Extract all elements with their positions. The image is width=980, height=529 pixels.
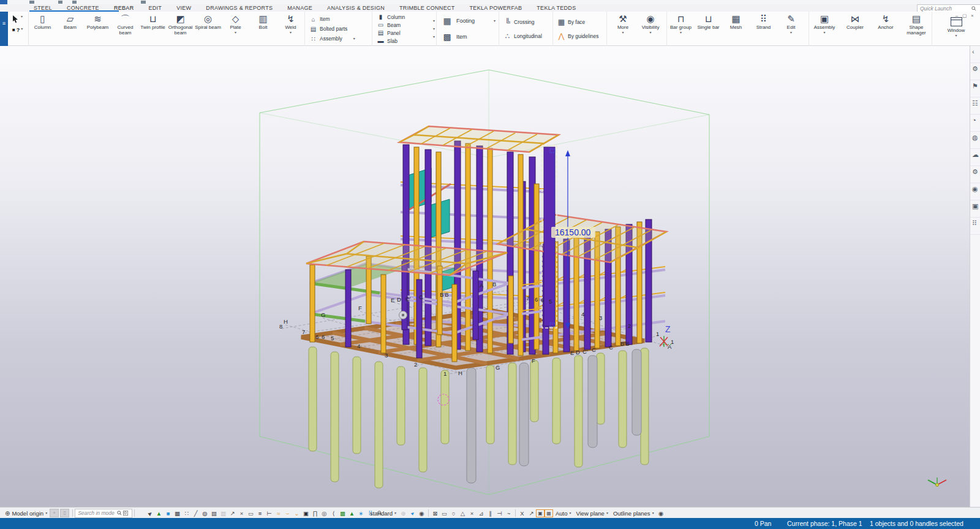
planes-visibility-button[interactable]: ◉ [657,509,666,517]
snap-intersection-button[interactable]: × [237,509,246,517]
window-caret[interactable]: ▾ [943,34,970,37]
panel-caret[interactable]: ▾ [433,27,435,31]
bar-group-caret[interactable]: ▾ [667,31,695,34]
snap-sphere-button[interactable]: ◍ [200,509,209,517]
snap-line-button[interactable]: ╱ [191,509,200,517]
ribbon-strand-button[interactable]: ⠿Strand [750,12,777,46]
view-plane-dropdown[interactable]: View plane▾ [574,509,611,518]
geo-cross-button[interactable]: ⊠ [431,509,440,517]
tab-tekla-powerfab[interactable]: TEKLA POWERFAB [470,5,522,11]
ribbon-rebar-assembly-button[interactable]: ▣Assembly▾ [809,12,840,46]
inquire-tool[interactable]: ■? ▾ [8,23,28,33]
snap-profile-dropdown[interactable]: standard▾ [368,509,399,518]
applications-icon[interactable]: ⠿ [970,218,980,235]
titlebar-button[interactable] [141,1,146,4]
ribbon-crossing-button[interactable]: ╚Crossing [503,15,542,29]
model-viewport[interactable]: 16150.00 Z H8G7665F4321HGFEDC'CB'BAB7665… [0,46,970,507]
ribbon-bolted-parts-button[interactable]: ▤Bolted parts [309,25,355,34]
ribbon-by-face-button[interactable]: ▦By face [557,15,599,29]
ribbon-column-button[interactable]: ▯Column [29,12,56,46]
user-settings-icon[interactable]: ⚙ [970,63,980,80]
inquire-caret[interactable]: ▾ [21,27,23,33]
menu-strip[interactable]: ≡ [0,12,8,46]
model-search-input[interactable] [77,509,116,517]
geo-perpendicular-button[interactable]: ⊿ [477,509,486,517]
ribbon-bar-group-button[interactable]: ⊓Bar group▾ [667,12,695,46]
ortho2-button[interactable]: ▦ [545,509,553,517]
snap-mesh-button[interactable]: ▤ [209,509,219,517]
model-origin-dropdown[interactable]: ⊕ Model origin ▾ [2,509,50,518]
snap-green-tri-button[interactable]: ▲ [347,509,356,517]
edit-caret[interactable]: ▾ [777,31,805,34]
slab-caret[interactable]: ▾ [433,35,435,39]
settings-icon[interactable]: ⚙ [970,166,980,183]
paste-point-button[interactable]: ▯ [60,509,69,517]
snap-layers-button[interactable]: ≡ [255,509,265,517]
outline-planes-dropdown[interactable]: Outline planes▾ [611,509,657,518]
tab-edit[interactable]: EDIT [148,5,162,11]
select-tool-caret[interactable]: ▾ [21,15,23,23]
ribbon-item-button[interactable]: ⌂Item [309,15,355,24]
tab-drawings-reports[interactable]: DRAWINGS & REPORTS [206,5,273,11]
snap-mesh2-button[interactable]: ▥ [219,509,228,517]
tab-view[interactable]: VIEW [176,5,191,11]
snap-orange1-button[interactable]: ≈ [274,509,283,517]
ribbon-beam-button[interactable]: ▱Beam [56,12,84,46]
ribbon-assembly-button[interactable]: ∷Assembly▾ [309,34,355,44]
tab-manage[interactable]: MANAGE [287,5,312,11]
snap-dots-button[interactable]: ∷ [182,509,191,517]
weld-caret[interactable]: ▾ [277,31,304,34]
model-search[interactable] [75,509,132,518]
ribbon-concrete-column-button[interactable]: ▮Column [377,13,405,21]
ribbon-by-guidelines-button[interactable]: ⋀By guidelines [557,29,599,43]
restore-button[interactable]: ▢ [962,13,967,18]
collapse-panel-icon[interactable]: ‹ [970,46,980,63]
close-button[interactable]: × [971,13,973,18]
concrete-beam-caret[interactable]: ▾ [433,19,435,23]
phase-x-button[interactable]: X [518,509,527,517]
geo-curve-button[interactable]: ~ [504,509,513,517]
ribbon-panel-button[interactable]: ▤Panel [377,29,405,37]
geo-rect-button[interactable]: ▭ [440,509,449,517]
ribbon-orthogonal-beam-button[interactable]: ◩Orthogonal beam [167,12,194,46]
ribbon-longitudinal-button[interactable]: ∴Longitudinal [503,29,542,43]
ribbon-slab-button[interactable]: ▬Slab [377,37,405,45]
tab-analysis-design[interactable]: ANALYSIS & DESIGN [327,5,385,11]
ribbon-polybeam-button[interactable]: ≋Polybeam [84,12,111,46]
snap-orange3-button[interactable]: ⌄ [292,509,301,517]
ribbon-mesh-button[interactable]: ▦Mesh [722,12,750,46]
snap-blue-star-button[interactable]: ∗ [356,509,366,517]
ribbon-footing-button[interactable]: ▦Footing▾ [441,13,499,29]
geo-tangent-button[interactable]: ⊣ [495,509,504,517]
geo-parallel-button[interactable]: ∥ [486,509,495,517]
rebar-assembly-caret[interactable]: ▾ [809,31,840,34]
tab-trimble-connect[interactable]: TRIMBLE CONNECT [399,5,455,11]
quick-launch-input[interactable] [919,5,971,12]
collaboration-icon[interactable]: ☷ [970,97,980,115]
snap-geometry-button[interactable]: ■ [164,509,173,517]
ribbon-bolt-button[interactable]: ▥Bolt [249,12,277,46]
minimize-button[interactable]: – [956,13,958,18]
add-point-button[interactable]: + [50,509,59,517]
snap-dark-button[interactable]: ▣ [301,509,311,517]
ribbon-concrete-beam-button[interactable]: ▭Beam [377,21,405,29]
select-tool[interactable]: ▾ [8,12,28,23]
ribbon-spiral-beam-button[interactable]: ◎Spiral beam [194,12,222,46]
search-options-icon[interactable] [123,511,128,516]
geo-triangle-button[interactable]: △ [458,509,467,517]
ribbon-visibility-button[interactable]: ◉Visibility▾ [637,12,665,46]
snap-rect-button[interactable]: ▭ [246,509,255,517]
tab-tekla-tedds[interactable]: TEKLA TEDDS [537,5,576,11]
snap-orange2-button[interactable]: ⌣ [283,509,292,517]
redo-icon[interactable] [72,1,77,4]
status-check-icon[interactable]: ◉ [970,183,980,200]
cloud-icon[interactable]: ☁ [970,149,980,166]
ribbon-shape-manager-button[interactable]: ▤Shape manager [901,12,932,46]
phase-arrow-button[interactable]: ↗ [527,509,536,517]
snap-angle-button[interactable]: ⟨ [329,509,338,517]
ribbon-weld-button[interactable]: ↯Weld▾ [277,12,304,46]
ribbon-curved-beam-button[interactable]: ⌒Curved beam [111,12,139,46]
ribbon-concrete-item-button[interactable]: ▩Item [441,29,499,45]
learning-icon[interactable]: ⚑ [970,80,980,97]
snap-pi-button[interactable]: ∏ [311,509,320,517]
